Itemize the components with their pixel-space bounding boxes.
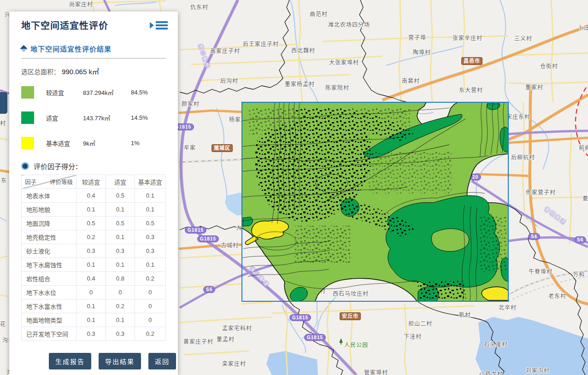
score-cell: 0.4	[76, 272, 106, 286]
legend-percent: 1%	[131, 140, 140, 146]
table-row: 已开发地下空间0.30.30.2	[22, 327, 166, 341]
diamond-icon	[20, 45, 28, 53]
score-cell: 0.5	[106, 217, 135, 230]
panel-collapse-button[interactable]	[150, 21, 168, 29]
evaluation-panel: 地下空间适宜性评价 地下空间适宜性评价结果 选区总面积：990.065 k㎡ 较…	[9, 12, 178, 375]
table-row: 地下水水位000	[22, 286, 166, 299]
table-corner-cell: 评价等级 因子	[22, 175, 76, 189]
corner-top-label: 评价等级	[50, 177, 73, 186]
legend-swatch-light-green	[21, 86, 34, 99]
table-row: 地下水腐蚀性0.10.10.1	[22, 258, 166, 272]
factor-cell: 地下水富水性	[22, 299, 76, 313]
bullet-circle-icon	[21, 162, 29, 170]
score-cell: 0.1	[135, 258, 165, 272]
legend-swatch-green	[21, 111, 34, 124]
table-row: 砂土液化0.30.30.3	[22, 244, 166, 258]
section-title: 地下空间适宜性评价结果	[30, 44, 112, 53]
table-row: 岩性组合0.40.80.2	[22, 272, 166, 286]
legend-row: 基本适宜 9k㎡ 1%	[21, 130, 166, 156]
score-cell: 0	[135, 313, 165, 327]
score-cell: 0.4	[76, 189, 106, 203]
export-result-button[interactable]: 导出结果	[99, 353, 141, 369]
legend-swatch-yellow	[21, 137, 34, 149]
score-cell: 0.1	[106, 203, 135, 217]
factor-cell: 地下水腐蚀性	[22, 258, 76, 272]
score-cell: 0.3	[76, 244, 106, 258]
score-cell: 0.5	[135, 217, 165, 230]
legend-row: 适宜 143.77k㎡ 14.5%	[21, 105, 166, 130]
factor-cell: 砂土液化	[22, 244, 76, 258]
score-cell: 0.1	[76, 313, 106, 327]
legend-label: 基本适宜	[46, 139, 83, 147]
score-cell: 0.1	[106, 230, 135, 244]
factor-cell: 已开发地下空间	[22, 327, 76, 341]
factor-cell: 地壳稳定性	[22, 230, 76, 244]
result-legend: 较适宜 837.294k㎡ 84.5% 适宜 143.77k㎡ 14.5% 基本…	[21, 80, 166, 156]
factor-cell: 地面沉降	[22, 217, 76, 230]
column-header: 较适宜	[76, 175, 106, 189]
score-cell: 0.3	[135, 230, 165, 244]
score-cell: 0.1	[135, 203, 165, 217]
score-cell: 0.1	[106, 313, 135, 327]
legend-area: 143.77k㎡	[83, 113, 131, 122]
table-row: 地下水富水性0.10.20	[22, 299, 166, 313]
table-row: 地形地貌0.10.10.1	[22, 203, 166, 217]
app-window: 兴旺官村尚家庄村仇东村曲范村潍北农场四分场营子埠张家辛庄村三义村卜庄后王家庄子村…	[0, 0, 588, 375]
score-cell: 0.3	[106, 244, 135, 258]
score-cell: 0.1	[76, 299, 106, 313]
total-area-label: 选区总面积：	[21, 68, 60, 76]
corner-bottom-label: 因子	[25, 177, 36, 186]
factor-cell: 地形地貌	[22, 203, 76, 217]
factor-cell: 岩性组合	[22, 272, 76, 286]
score-cell: 0.3	[76, 327, 106, 341]
table-row: 地壳稳定性0.20.10.3	[22, 230, 166, 244]
factor-table: 评价等级 因子 较适宜 适宜 基本适宜 地表水体0.40.50.1地形地貌0.1…	[21, 175, 166, 341]
column-header: 适宜	[106, 175, 135, 189]
score-cell: 0.1	[135, 189, 165, 203]
table-row: 地面沉降0.50.50.5	[22, 217, 166, 230]
total-area-row: 选区总面积：990.065 k㎡	[21, 66, 166, 76]
score-cell: 0.2	[106, 299, 135, 313]
legend-percent: 84.5%	[131, 89, 148, 96]
score-cell: 0	[135, 299, 165, 313]
legend-row: 较适宜 837.294k㎡ 84.5%	[21, 80, 166, 105]
score-cell: 0	[135, 286, 165, 299]
generate-report-button[interactable]: 生成报告	[49, 353, 91, 369]
menu-icon	[156, 21, 168, 29]
score-cell: 0.8	[106, 272, 135, 286]
score-cell: 0.2	[135, 327, 165, 341]
table-row: 地面地物类型0.10.10	[22, 313, 166, 327]
score-cell: 0.5	[106, 189, 135, 203]
score-cell: 0	[106, 286, 135, 299]
score-cell: 0.5	[76, 217, 106, 230]
table-row: 地表水体0.40.50.1	[22, 189, 166, 203]
legend-percent: 14.5%	[131, 114, 148, 121]
score-cell: 0.1	[76, 203, 106, 217]
factor-cell: 地表水体	[22, 189, 76, 203]
score-cell: 0.2	[135, 272, 165, 286]
table-header-row: 评价等级 因子 较适宜 适宜 基本适宜	[22, 175, 166, 189]
back-button[interactable]: 返回	[148, 353, 176, 369]
total-area-value: 990.065 k㎡	[62, 68, 99, 76]
legend-area: 9k㎡	[83, 139, 131, 147]
score-cell: 0.1	[106, 258, 135, 272]
column-header: 基本适宜	[135, 175, 165, 189]
score-cell: 0	[76, 286, 106, 299]
collapse-arrow-icon	[150, 22, 154, 29]
legend-area: 837.294k㎡	[83, 88, 131, 97]
score-cell: 0.1	[76, 258, 106, 272]
legend-label: 较适宜	[46, 88, 83, 97]
factor-cell: 地下水水位	[22, 286, 76, 299]
factor-cell: 地面地物类型	[22, 313, 76, 327]
score-cell: 0.2	[76, 230, 106, 244]
legend-label: 适宜	[46, 113, 83, 122]
score-cell: 0.3	[135, 244, 165, 258]
factors-title: 评价因子得分：	[34, 161, 82, 171]
score-cell: 0.3	[106, 327, 135, 341]
panel-title: 地下空间适宜性评价	[21, 18, 108, 32]
